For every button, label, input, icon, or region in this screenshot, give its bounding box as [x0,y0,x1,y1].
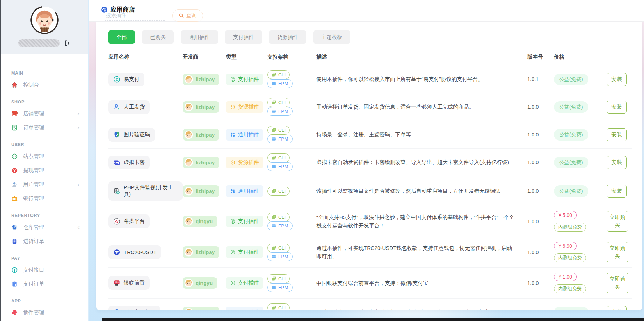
arch-badge-cli: CLI [267,244,290,252]
sidebar-item-bank[interactable]: 银行管理 [11,191,81,205]
sidebar-item-warehouse[interactable]: 仓库管理‹ [11,220,81,234]
developer-name: qingyu [196,280,213,286]
logout-icon[interactable] [64,40,71,47]
arch-label: CLI [278,189,286,194]
type-label: 通用插件 [238,188,259,194]
buy-button[interactable]: 立即购买 [607,273,628,293]
app-name-pill[interactable]: 云闪付银联前置 [108,276,150,290]
arch-label: FPM [278,164,288,169]
type-label: 通用插件 [238,309,259,311]
developer-badge[interactable]: lizhipay [183,157,219,168]
developer-badge[interactable]: lizhipay [183,74,219,85]
app-version: 1.0.0 [527,132,554,137]
install-button[interactable]: 安装 [607,101,627,114]
search-input[interactable] [105,11,165,21]
sidebar-item-withdraw[interactable]: 提现管理 [11,163,81,177]
user-icon [11,181,18,188]
table-row: 后台安全入口lizhipay通用插件CLIFPM通过本插件，你可以自定义后台入口… [108,299,632,310]
developer-badge[interactable]: lizhipay [183,185,219,197]
sidebar-item-shop[interactable]: 店铺管理‹ [11,107,81,121]
developer-badge[interactable]: lizhipay [183,129,219,141]
arch-badge-fpm: FPM [267,283,293,292]
arch-badge-cli: CLI [267,70,290,79]
app-name-pill[interactable]: 人工发货 [108,100,150,114]
app-description: 虚拟卡密自动发货插件：卡密增删改查、导入导出、超大卡密文件导入(支持亿行级) [316,158,527,166]
install-button[interactable]: 安装 [607,73,627,86]
install-button[interactable]: 安装 [607,156,627,169]
filter-tab-0[interactable]: 全部 [108,30,135,44]
app-name-pill[interactable]: 易支付 [108,73,144,86]
arch-badge-fpm: FPM [267,107,293,116]
arch-badge-fpm: FPM [267,79,293,88]
developer-badge[interactable]: lizhipay [183,246,219,258]
app-name-pill[interactable]: PHP文件监视(开发工具) [108,181,183,201]
sidebar-item-console[interactable]: 控制台 [11,78,81,92]
dev-avatar-icon [184,187,193,196]
filter-tab-5[interactable]: 主题模板 [313,30,350,44]
dev-avatar-icon [184,103,193,111]
developer-badge[interactable]: lizhipay [183,307,219,311]
sidebar-section-label: PAY [11,256,81,261]
column-header: 应用名称 [108,54,183,60]
app-name-pill[interactable]: TRC20-USDT [108,245,161,259]
filter-tab-4[interactable]: 货源插件 [269,30,306,44]
table-row: 人工发货lizhipay货源插件CLIFPM手动选择订单发货、固定发货信息，适合… [108,93,632,121]
arch-label: CLI [278,100,286,105]
sidebar-item-purchase[interactable]: 进货订单 [11,234,81,248]
app-version: 1.0.0 [527,250,554,255]
sidebar-item-plugin[interactable]: 插件管理 [11,306,81,320]
app-name: 银联前置 [124,280,145,286]
type-label: 货源插件 [238,159,259,166]
arch-label: FPM [278,136,288,142]
chevron-left-icon: ‹ [77,125,81,131]
app-monitor-icon [113,187,121,195]
developer-badge[interactable]: qingyu [183,277,217,289]
app-name-pill[interactable]: 虚拟卡密 [108,156,150,169]
sidebar-item-site[interactable]: 站点管理 [11,149,81,163]
arch-badge-fpm: FPM [267,221,293,230]
sidebar-item-pay-order[interactable]: 支付订单 [11,277,81,291]
buy-button[interactable]: 立即购买 [607,211,628,232]
app-yipay-icon [113,76,121,83]
type-badge: 支付插件 [226,74,263,85]
developer-badge[interactable]: qingyu [183,216,217,227]
type-label: 支付插件 [238,218,259,225]
query-button[interactable]: 查询 [172,9,203,22]
sidebar-item-order[interactable]: 订单管理‹ [11,121,81,135]
type-supply-icon [230,104,235,110]
sidebar-section-label: SHOP [11,100,81,104]
table-row: 斗拱平台qingyu支付插件CLIFPM“全面支持H5支付”，取法斗拱之妙，建立… [108,206,632,237]
app-name: TRC20-USDT [124,249,156,255]
sidebar-item-user[interactable]: 用户管理‹ [11,177,81,191]
price-cell: ¥ 6.90内测组免费 [554,242,607,262]
app-name-pill[interactable]: 图片验证码 [108,128,155,142]
buy-button[interactable]: 立即购买 [607,242,628,262]
install-button[interactable]: 安装 [607,128,627,141]
filter-tab-1[interactable]: 已购买 [142,30,174,44]
developer-badge[interactable]: lizhipay [183,101,219,113]
app-name-pill[interactable]: 后台安全入口 [108,306,160,311]
app-card-icon [113,159,121,166]
sidebar-item-label: 银行管理 [23,195,81,202]
install-button[interactable]: 安装 [607,306,627,311]
sidebar-item-pay-api[interactable]: 支付接口 [11,263,81,277]
type-badge: 货源插件 [226,157,263,168]
sidebar-section: SHOP店铺管理‹订单管理‹ [11,100,81,135]
install-button[interactable]: 安装 [607,185,627,198]
type-supply-icon [230,160,235,165]
arch-badge-fpm: FPM [267,252,293,261]
arch-label: FPM [278,285,288,290]
app-name-pill[interactable]: 斗拱平台 [108,214,150,228]
sidebar-section: PAY支付接口支付订单 [11,256,81,291]
sidebar-item-label: 用户管理 [23,181,77,188]
query-button-label: 查询 [186,12,197,19]
app-version: 1.0.1 [527,76,554,82]
price-cell: 公益(免费) [554,307,607,311]
arch-badges: CLIFPM [267,98,316,116]
price-free-badge: 公益(免费) [554,185,588,197]
sidebar-item-label: 支付接口 [23,267,81,273]
app-name: 人工发货 [124,104,145,110]
filter-tab-3[interactable]: 支付插件 [225,30,262,44]
filter-tab-2[interactable]: 通用插件 [181,30,218,44]
table-header: 应用名称开发商类型支持架构描述版本号价格 [108,49,632,66]
